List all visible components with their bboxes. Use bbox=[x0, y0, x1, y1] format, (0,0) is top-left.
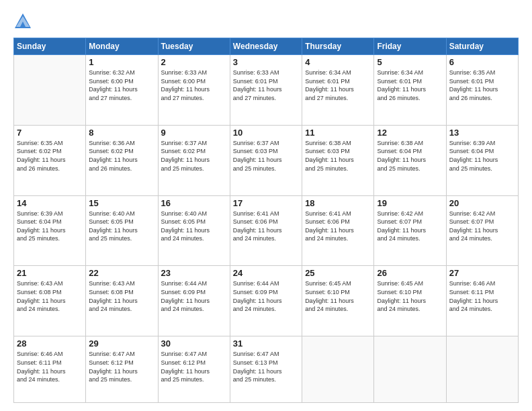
day-number: 28 bbox=[17, 338, 83, 349]
calendar-day-cell: 16Sunrise: 6:40 AM Sunset: 6:05 PM Dayli… bbox=[158, 195, 230, 266]
day-info: Sunrise: 6:43 AM Sunset: 6:08 PM Dayligh… bbox=[89, 279, 154, 313]
calendar-week-row: 1Sunrise: 6:32 AM Sunset: 6:00 PM Daylig… bbox=[14, 55, 519, 126]
calendar-table: SundayMondayTuesdayWednesdayThursdayFrid… bbox=[13, 38, 519, 403]
calendar-body: 1Sunrise: 6:32 AM Sunset: 6:00 PM Daylig… bbox=[14, 55, 519, 403]
weekday-header: Friday bbox=[374, 38, 446, 55]
day-info: Sunrise: 6:46 AM Sunset: 6:11 PM Dayligh… bbox=[17, 350, 83, 383]
calendar-day-cell: 30Sunrise: 6:47 AM Sunset: 6:12 PM Dayli… bbox=[158, 336, 230, 403]
calendar-day-cell: 20Sunrise: 6:42 AM Sunset: 6:07 PM Dayli… bbox=[446, 195, 518, 266]
day-info: Sunrise: 6:43 AM Sunset: 6:08 PM Dayligh… bbox=[17, 279, 83, 313]
day-info: Sunrise: 6:32 AM Sunset: 6:00 PM Dayligh… bbox=[89, 68, 154, 102]
calendar-day-cell: 15Sunrise: 6:40 AM Sunset: 6:05 PM Dayli… bbox=[86, 195, 158, 266]
day-number: 5 bbox=[377, 57, 443, 67]
day-info: Sunrise: 6:36 AM Sunset: 6:02 PM Dayligh… bbox=[89, 139, 154, 173]
calendar-week-row: 7Sunrise: 6:35 AM Sunset: 6:02 PM Daylig… bbox=[14, 125, 519, 195]
day-number: 25 bbox=[305, 268, 371, 278]
calendar-day-cell: 6Sunrise: 6:35 AM Sunset: 6:01 PM Daylig… bbox=[446, 55, 518, 126]
day-number: 2 bbox=[161, 57, 227, 67]
day-number: 21 bbox=[17, 268, 83, 278]
day-info: Sunrise: 6:44 AM Sunset: 6:09 PM Dayligh… bbox=[233, 279, 299, 313]
calendar-day-cell: 14Sunrise: 6:39 AM Sunset: 6:04 PM Dayli… bbox=[14, 195, 86, 266]
calendar-day-cell: 1Sunrise: 6:32 AM Sunset: 6:00 PM Daylig… bbox=[86, 55, 158, 126]
day-info: Sunrise: 6:40 AM Sunset: 6:05 PM Dayligh… bbox=[89, 210, 154, 243]
day-number: 6 bbox=[449, 57, 515, 67]
day-info: Sunrise: 6:47 AM Sunset: 6:12 PM Dayligh… bbox=[161, 350, 227, 383]
day-number: 22 bbox=[89, 268, 154, 278]
day-number: 10 bbox=[233, 128, 299, 138]
weekday-header: Sunday bbox=[14, 38, 86, 55]
day-info: Sunrise: 6:35 AM Sunset: 6:01 PM Dayligh… bbox=[449, 68, 515, 102]
calendar-day-cell: 7Sunrise: 6:35 AM Sunset: 6:02 PM Daylig… bbox=[14, 125, 86, 195]
day-info: Sunrise: 6:45 AM Sunset: 6:10 PM Dayligh… bbox=[377, 279, 443, 313]
day-info: Sunrise: 6:42 AM Sunset: 6:07 PM Dayligh… bbox=[377, 210, 443, 243]
day-number: 31 bbox=[233, 338, 299, 349]
calendar-day-cell: 28Sunrise: 6:46 AM Sunset: 6:11 PM Dayli… bbox=[14, 336, 86, 403]
day-number: 30 bbox=[161, 338, 227, 349]
day-number: 18 bbox=[305, 198, 371, 208]
calendar-day-cell: 10Sunrise: 6:37 AM Sunset: 6:03 PM Dayli… bbox=[230, 125, 302, 195]
day-info: Sunrise: 6:34 AM Sunset: 6:01 PM Dayligh… bbox=[305, 68, 371, 102]
header-row: SundayMondayTuesdayWednesdayThursdayFrid… bbox=[14, 38, 519, 55]
calendar-day-cell bbox=[446, 336, 518, 403]
calendar-week-row: 21Sunrise: 6:43 AM Sunset: 6:08 PM Dayli… bbox=[14, 266, 519, 336]
day-info: Sunrise: 6:38 AM Sunset: 6:04 PM Dayligh… bbox=[377, 139, 443, 173]
day-number: 19 bbox=[377, 198, 443, 208]
calendar-day-cell bbox=[374, 336, 446, 403]
day-number: 17 bbox=[233, 198, 299, 208]
day-number: 24 bbox=[233, 268, 299, 278]
calendar-day-cell: 24Sunrise: 6:44 AM Sunset: 6:09 PM Dayli… bbox=[230, 266, 302, 336]
calendar-day-cell bbox=[302, 336, 374, 403]
calendar-day-cell: 31Sunrise: 6:47 AM Sunset: 6:13 PM Dayli… bbox=[230, 336, 302, 403]
day-number: 20 bbox=[449, 198, 515, 208]
day-number: 3 bbox=[233, 57, 299, 67]
day-info: Sunrise: 6:45 AM Sunset: 6:10 PM Dayligh… bbox=[305, 279, 371, 313]
page: SundayMondayTuesdayWednesdayThursdayFrid… bbox=[0, 0, 532, 411]
day-info: Sunrise: 6:37 AM Sunset: 6:02 PM Dayligh… bbox=[161, 139, 227, 173]
calendar-day-cell: 26Sunrise: 6:45 AM Sunset: 6:10 PM Dayli… bbox=[374, 266, 446, 336]
day-number: 1 bbox=[89, 57, 154, 67]
weekday-header: Thursday bbox=[302, 38, 374, 55]
day-number: 4 bbox=[305, 57, 371, 67]
day-number: 11 bbox=[305, 128, 371, 138]
calendar-day-cell: 9Sunrise: 6:37 AM Sunset: 6:02 PM Daylig… bbox=[158, 125, 230, 195]
calendar-day-cell: 25Sunrise: 6:45 AM Sunset: 6:10 PM Dayli… bbox=[302, 266, 374, 336]
logo bbox=[13, 12, 34, 31]
calendar-day-cell: 22Sunrise: 6:43 AM Sunset: 6:08 PM Dayli… bbox=[86, 266, 158, 336]
day-number: 26 bbox=[377, 268, 443, 278]
day-number: 23 bbox=[161, 268, 227, 278]
day-info: Sunrise: 6:41 AM Sunset: 6:06 PM Dayligh… bbox=[305, 210, 371, 243]
day-number: 29 bbox=[89, 338, 154, 349]
day-info: Sunrise: 6:33 AM Sunset: 6:01 PM Dayligh… bbox=[233, 68, 299, 102]
day-number: 27 bbox=[449, 268, 515, 278]
calendar-day-cell: 23Sunrise: 6:44 AM Sunset: 6:09 PM Dayli… bbox=[158, 266, 230, 336]
calendar-day-cell: 19Sunrise: 6:42 AM Sunset: 6:07 PM Dayli… bbox=[374, 195, 446, 266]
day-number: 14 bbox=[17, 198, 83, 208]
calendar-day-cell: 8Sunrise: 6:36 AM Sunset: 6:02 PM Daylig… bbox=[86, 125, 158, 195]
day-info: Sunrise: 6:40 AM Sunset: 6:05 PM Dayligh… bbox=[161, 210, 227, 243]
day-info: Sunrise: 6:39 AM Sunset: 6:04 PM Dayligh… bbox=[449, 139, 515, 173]
day-number: 12 bbox=[377, 128, 443, 138]
day-number: 9 bbox=[161, 128, 227, 138]
calendar-day-cell: 11Sunrise: 6:38 AM Sunset: 6:03 PM Dayli… bbox=[302, 125, 374, 195]
day-number: 16 bbox=[161, 198, 227, 208]
day-number: 7 bbox=[17, 128, 83, 138]
weekday-header: Wednesday bbox=[230, 38, 302, 55]
day-info: Sunrise: 6:35 AM Sunset: 6:02 PM Dayligh… bbox=[17, 139, 83, 173]
calendar-day-cell: 3Sunrise: 6:33 AM Sunset: 6:01 PM Daylig… bbox=[230, 55, 302, 126]
weekday-header: Saturday bbox=[446, 38, 518, 55]
calendar-day-cell: 18Sunrise: 6:41 AM Sunset: 6:06 PM Dayli… bbox=[302, 195, 374, 266]
day-info: Sunrise: 6:46 AM Sunset: 6:11 PM Dayligh… bbox=[449, 279, 515, 313]
calendar-week-row: 28Sunrise: 6:46 AM Sunset: 6:11 PM Dayli… bbox=[14, 336, 519, 403]
day-number: 8 bbox=[89, 128, 154, 138]
day-info: Sunrise: 6:44 AM Sunset: 6:09 PM Dayligh… bbox=[161, 279, 227, 313]
calendar-week-row: 14Sunrise: 6:39 AM Sunset: 6:04 PM Dayli… bbox=[14, 195, 519, 266]
calendar-day-cell: 29Sunrise: 6:47 AM Sunset: 6:12 PM Dayli… bbox=[86, 336, 158, 403]
day-number: 13 bbox=[449, 128, 515, 138]
calendar-day-cell: 5Sunrise: 6:34 AM Sunset: 6:01 PM Daylig… bbox=[374, 55, 446, 126]
calendar-day-cell: 21Sunrise: 6:43 AM Sunset: 6:08 PM Dayli… bbox=[14, 266, 86, 336]
calendar-day-cell: 17Sunrise: 6:41 AM Sunset: 6:06 PM Dayli… bbox=[230, 195, 302, 266]
day-info: Sunrise: 6:38 AM Sunset: 6:03 PM Dayligh… bbox=[305, 139, 371, 173]
calendar-day-cell: 27Sunrise: 6:46 AM Sunset: 6:11 PM Dayli… bbox=[446, 266, 518, 336]
calendar-day-cell: 2Sunrise: 6:33 AM Sunset: 6:00 PM Daylig… bbox=[158, 55, 230, 126]
day-info: Sunrise: 6:37 AM Sunset: 6:03 PM Dayligh… bbox=[233, 139, 299, 173]
